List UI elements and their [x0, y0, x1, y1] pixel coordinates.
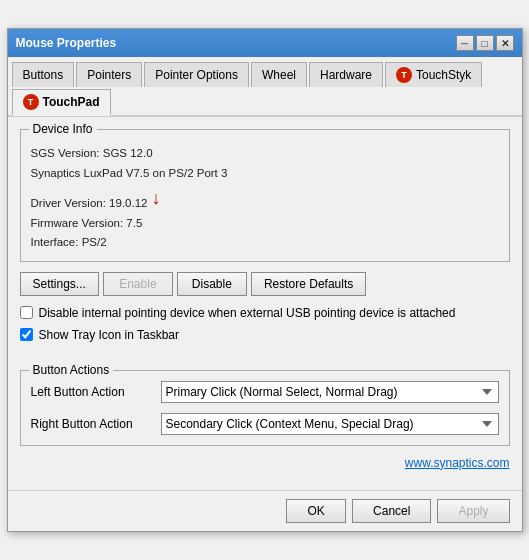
- right-button-action-row: Right Button Action Secondary Click (Con…: [31, 413, 499, 435]
- device-info-line-3: Driver Version: 19.0.12 ↓: [31, 183, 499, 214]
- tab-pointer-options-label: Pointer Options: [155, 68, 238, 82]
- maximize-button[interactable]: □: [476, 35, 494, 51]
- disable-button[interactable]: Disable: [177, 272, 247, 296]
- tab-pointers-label: Pointers: [87, 68, 131, 82]
- title-bar: Mouse Properties ─ □ ✕: [8, 29, 522, 57]
- disable-internal-checkbox[interactable]: [20, 306, 33, 319]
- button-actions-group: Button Actions Left Button Action Primar…: [20, 370, 510, 446]
- button-actions-title: Button Actions: [29, 363, 114, 377]
- left-button-action-select[interactable]: Primary Click (Normal Select, Normal Dra…: [161, 381, 499, 403]
- right-button-action-label: Right Button Action: [31, 417, 151, 431]
- settings-button[interactable]: Settings...: [20, 272, 99, 296]
- device-info-line-4: Firmware Version: 7.5: [31, 214, 499, 234]
- mouse-properties-window: Mouse Properties ─ □ ✕ Buttons Pointers …: [7, 28, 523, 532]
- tab-touchstyk-label: TouchStyk: [416, 68, 471, 82]
- arrow-icon: ↓: [151, 183, 160, 214]
- show-tray-row: Show Tray Icon in Taskbar: [20, 328, 510, 342]
- title-bar-buttons: ─ □ ✕: [456, 35, 514, 51]
- window-title: Mouse Properties: [16, 36, 117, 50]
- tab-pointer-options[interactable]: Pointer Options: [144, 62, 249, 87]
- device-info-line-2: Synaptics LuxPad V7.5 on PS/2 Port 3: [31, 164, 499, 184]
- tab-touchpad[interactable]: T TouchPad: [12, 89, 111, 116]
- device-info-line-5: Interface: PS/2: [31, 233, 499, 253]
- tab-pointers[interactable]: Pointers: [76, 62, 142, 87]
- tab-touchstyk[interactable]: T TouchStyk: [385, 62, 482, 87]
- device-action-buttons: Settings... Enable Disable Restore Defau…: [20, 272, 510, 296]
- enable-button[interactable]: Enable: [103, 272, 173, 296]
- synaptics-link-row: www.synaptics.com: [20, 456, 510, 470]
- tab-touchpad-label: TouchPad: [43, 95, 100, 109]
- device-info-group: Device Info SGS Version: SGS 12.0 Synapt…: [20, 129, 510, 262]
- device-info-line-1: SGS Version: SGS 12.0: [31, 144, 499, 164]
- ok-button[interactable]: OK: [286, 499, 346, 523]
- tab-hardware-label: Hardware: [320, 68, 372, 82]
- tab-wheel[interactable]: Wheel: [251, 62, 307, 87]
- right-button-action-select[interactable]: Secondary Click (Context Menu, Special D…: [161, 413, 499, 435]
- restore-defaults-button[interactable]: Restore Defaults: [251, 272, 366, 296]
- tab-buttons[interactable]: Buttons: [12, 62, 75, 87]
- synaptics-link[interactable]: www.synaptics.com: [405, 456, 510, 470]
- left-button-action-row: Left Button Action Primary Click (Normal…: [31, 381, 499, 403]
- device-info-text: SGS Version: SGS 12.0 Synaptics LuxPad V…: [31, 138, 499, 253]
- cancel-button[interactable]: Cancel: [352, 499, 431, 523]
- tab-buttons-label: Buttons: [23, 68, 64, 82]
- touchpad-icon: T: [23, 94, 39, 110]
- apply-button[interactable]: Apply: [437, 499, 509, 523]
- content-area: Device Info SGS Version: SGS 12.0 Synapt…: [8, 117, 522, 490]
- device-info-title: Device Info: [29, 122, 97, 136]
- disable-internal-label: Disable internal pointing device when ex…: [39, 306, 456, 320]
- tab-bar: Buttons Pointers Pointer Options Wheel H…: [8, 57, 522, 117]
- minimize-button[interactable]: ─: [456, 35, 474, 51]
- tab-hardware[interactable]: Hardware: [309, 62, 383, 87]
- synaptics-link-text: www.synaptics.com: [405, 456, 510, 470]
- close-button[interactable]: ✕: [496, 35, 514, 51]
- disable-internal-row: Disable internal pointing device when ex…: [20, 306, 510, 320]
- tab-wheel-label: Wheel: [262, 68, 296, 82]
- footer-buttons: OK Cancel Apply: [8, 490, 522, 531]
- left-button-action-label: Left Button Action: [31, 385, 151, 399]
- touchstyk-icon: T: [396, 67, 412, 83]
- show-tray-label: Show Tray Icon in Taskbar: [39, 328, 180, 342]
- show-tray-checkbox[interactable]: [20, 328, 33, 341]
